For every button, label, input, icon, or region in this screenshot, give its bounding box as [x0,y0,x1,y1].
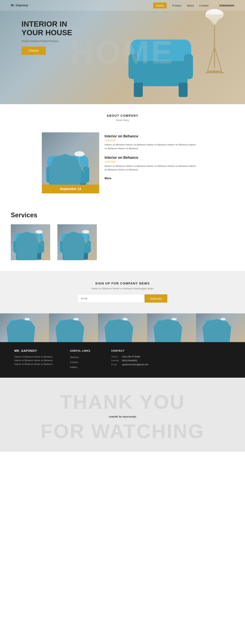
story-article-2-date: 12.09.2018 [105,160,198,163]
story-article-1-date: 12.09.2018 [105,139,198,142]
svg-point-6 [205,72,210,74]
svg-rect-39 [86,241,91,252]
story-article-2: Interior on Behance 12.09.2018 Interior … [105,156,198,172]
hero-content: INTERIOR IN YOUR HOUSE Product Product P… [21,20,72,55]
service-2-chair-icon [59,230,91,260]
gallery-4-icon [149,318,184,342]
more-link[interactable]: More [105,177,111,180]
thankyou-section: THANK YOU cnan60 3a npocmotp! FOR WATCHI… [0,378,245,452]
about-section: ABOUT COMPANY Some Story [0,104,245,127]
footer-contact-heading: CONTACT [111,349,149,352]
svg-rect-64 [107,326,110,335]
svg-rect-56 [58,326,61,335]
footer-links-list: Vacancy Contact Gallery [70,356,97,369]
svg-rect-61 [107,320,128,328]
hero-section: HOME INTERIOR IN YOUR HOUSE Product Prod… [0,0,245,104]
services-grid [11,224,234,260]
thankyou-line1: THANK YOU [3,392,242,412]
subscribe-button[interactable]: Subscribe [145,294,167,302]
navbar: Mr. Gaponoy Home Product About Contact 0… [0,0,245,11]
svg-rect-70 [158,336,161,341]
services-section: Services [0,204,245,271]
nav-phone: 0586565656 [219,4,234,7]
svg-rect-53 [58,320,79,328]
newsletter-description: Interior on Behance Interior on Behance … [3,287,242,290]
story-article-1: Interior on Behance 12.09.2018 Interior … [105,134,198,150]
contact-number-row: Number 0592156466651 [111,359,149,362]
footer-links: USEFUL LINKS Vacancy Contact Gallery [70,349,97,370]
service-1-chair-icon [12,230,45,260]
list-item: Vacancy [70,356,97,359]
thankyou-subtitle: cnan60 3a npocmotp! [3,415,242,418]
nav-link-home[interactable]: Home [153,2,167,8]
svg-rect-77 [206,320,226,328]
svg-point-58 [73,318,79,320]
gallery-item-1[interactable] [0,314,49,342]
newsletter-heading: SIGN UP FOR COMPANY NEWS [3,282,242,285]
hero-lamp-icon [198,4,231,79]
svg-rect-29 [40,241,44,252]
svg-rect-52 [59,323,78,337]
contact-email-val: ayaahmed.kytc@gmail.com [122,363,149,366]
newsletter-form: Subscribe [78,294,167,302]
svg-point-82 [221,318,226,320]
contact-address-label: Adress [111,356,120,358]
svg-rect-76 [206,323,225,337]
footer-link-vacancy[interactable]: Vacancy [70,356,79,358]
footer-brand: MR. GAPONOY Interior on Behance Interior… [14,349,56,370]
list-item: Contact [70,360,97,364]
svg-rect-36 [63,253,67,260]
svg-line-22 [75,163,79,172]
contact-email-label: Email [111,363,120,366]
svg-rect-55 [74,336,78,341]
hero-subtitle: Product Product Product Product [21,40,72,42]
contact-address-val: Gaza-Deir El Balah [122,356,140,358]
story-image-wrap: September 14 [42,132,99,194]
gallery-item-4[interactable] [147,314,196,342]
hero-choose-button[interactable]: Choose [21,46,46,55]
footer-brand-text: Interior on Behance Interior on Behance … [14,355,56,366]
footer-link-gallery[interactable]: Gallery [70,366,77,368]
svg-point-40 [82,230,89,234]
story-article-2-title: Interior on Behance [105,156,198,160]
gallery-item-5[interactable] [196,314,245,342]
gallery-item-3[interactable] [98,314,147,342]
svg-rect-46 [10,336,14,341]
svg-rect-72 [156,326,159,335]
list-item: Gallery [70,366,97,369]
svg-rect-19 [83,166,89,183]
footer-link-contact[interactable]: Contact [70,361,78,364]
service-card-1 [11,224,50,260]
footer-brand-name: MR. GAPONOY [14,349,56,352]
svg-rect-9 [130,40,191,61]
svg-point-5 [207,70,222,73]
gallery-item-2[interactable] [49,314,98,342]
svg-rect-48 [9,326,12,335]
nav-link-product[interactable]: Product [172,4,182,7]
svg-rect-45 [9,320,30,328]
story-article-2-text: Interior on Behance Interior on Behance … [105,164,198,172]
story-image [42,132,99,194]
svg-rect-63 [123,336,127,341]
email-input[interactable] [78,294,145,302]
svg-rect-71 [172,336,176,341]
svg-rect-18 [46,166,52,183]
svg-rect-54 [59,336,63,341]
svg-rect-79 [221,336,225,341]
nav-link-contact[interactable]: Contact [199,4,209,7]
hero-title: INTERIOR IN YOUR HOUSE [21,20,72,37]
newsletter-section: SIGN UP FOR COMPANY NEWS Interior on Beh… [0,271,245,314]
svg-rect-13 [184,54,193,79]
svg-rect-38 [60,241,64,252]
footer-contact: CONTACT Adress Gaza-Deir El Balah Number… [111,349,149,370]
nav-link-about[interactable]: About [187,4,194,7]
svg-marker-1 [206,14,224,25]
svg-rect-49 [27,326,30,335]
about-heading: ABOUT COMPANY [0,114,245,118]
svg-rect-62 [108,336,112,341]
footer: MR. GAPONOY Interior on Behance Interior… [0,342,245,378]
svg-rect-44 [10,323,29,337]
hero-background: HOME INTERIOR IN YOUR HOUSE Product Prod… [0,0,245,104]
svg-point-7 [220,72,224,74]
contact-number-label: Number [111,359,120,362]
